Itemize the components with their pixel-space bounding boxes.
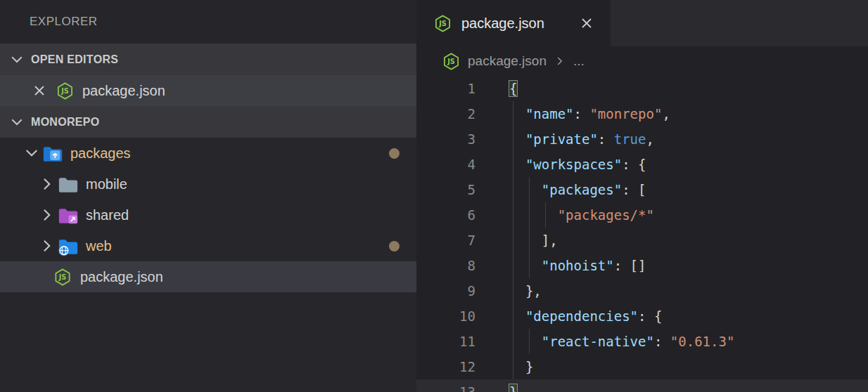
section-open-editors-label: OPEN EDITORS xyxy=(31,53,118,66)
code-line-content: "react-native": "0.61.3" xyxy=(509,329,734,354)
code-line-content: "packages/*" xyxy=(509,202,654,228)
tree-item-label: shared xyxy=(86,207,129,223)
line-number: 12 xyxy=(416,354,476,379)
code-line-content: "nohoist": [] xyxy=(509,253,646,278)
line-number: 9 xyxy=(416,278,476,303)
chevron-down-icon xyxy=(8,114,25,131)
tree-item-label: web xyxy=(86,238,112,254)
tab-label: package.json xyxy=(461,15,544,32)
tree-item-package-json[interactable]: JSpackage.json xyxy=(0,261,416,292)
file-tree: packagesmobilesharedwebJSpackage.json xyxy=(0,138,416,392)
nodejs-icon: JS xyxy=(433,14,452,33)
code-line[interactable]: 5 "packages": [ xyxy=(416,177,868,202)
modified-dot xyxy=(389,148,400,159)
breadcrumb-ellipsis[interactable]: ... xyxy=(573,53,585,69)
code-line[interactable]: 11 "react-native": "0.61.3" xyxy=(416,329,868,354)
code-line-content: ], xyxy=(509,228,558,253)
code-line-content: "name": "monrepo", xyxy=(509,101,670,126)
editor-pane: JS package.json JS package.json ... 1{2 … xyxy=(416,0,868,392)
code-line-content: }, xyxy=(509,278,542,303)
folder-web-icon xyxy=(58,237,79,256)
svg-text:JS: JS xyxy=(58,273,67,281)
tree-item-shared[interactable]: shared xyxy=(0,200,416,230)
indent-spacer xyxy=(23,268,51,286)
line-number: 4 xyxy=(416,152,476,177)
code-line[interactable]: 4 "workspaces": { xyxy=(416,152,868,177)
code-line[interactable]: 12 } xyxy=(416,354,868,379)
sidebar-title: EXPLORER xyxy=(0,0,416,44)
code-line-content: "workspaces": { xyxy=(509,152,646,177)
code-line-content: "packages": [ xyxy=(509,177,646,202)
tree-item-mobile[interactable]: mobile xyxy=(0,169,416,200)
tree-item-label: packages xyxy=(70,145,131,162)
code-line[interactable]: 9 }, xyxy=(416,278,868,303)
code-line[interactable]: 13} xyxy=(416,379,868,392)
code-line[interactable]: 8 "nohoist": [] xyxy=(416,253,868,278)
folder-packages-icon xyxy=(42,144,63,163)
svg-text:JS: JS xyxy=(438,20,447,27)
breadcrumb: JS package.json ... xyxy=(416,46,868,76)
nodejs-icon: JS xyxy=(52,268,73,287)
code-line[interactable]: 3 "private": true, xyxy=(416,126,868,152)
breadcrumb-file[interactable]: package.json xyxy=(468,53,547,69)
code-line[interactable]: 10 "dependencies": { xyxy=(416,303,868,329)
explorer-sidebar: EXPLORER OPEN EDITORS JS package.json MO… xyxy=(0,0,416,392)
chevron-down-icon[interactable] xyxy=(23,144,41,162)
line-number: 3 xyxy=(416,126,476,152)
code-area[interactable]: 1{2 "name": "monrepo",3 "private": true,… xyxy=(416,76,868,392)
section-workspace-label: MONOREPO xyxy=(31,116,100,129)
code-line-content: "dependencies": { xyxy=(509,303,662,329)
code-line[interactable]: 2 "name": "monrepo", xyxy=(416,101,868,126)
code-line[interactable]: 7 ], xyxy=(416,228,868,253)
open-editor-item-package-json[interactable]: JS package.json xyxy=(0,75,416,106)
close-icon[interactable] xyxy=(31,82,48,99)
chevron-down-icon xyxy=(8,51,25,68)
tree-item-packages[interactable]: packages xyxy=(0,138,416,169)
line-number: 5 xyxy=(416,177,476,202)
folder-mobile-icon xyxy=(58,175,79,194)
nodejs-icon: JS xyxy=(442,52,461,71)
chevron-right-icon[interactable] xyxy=(38,175,56,193)
tab-bar: JS package.json xyxy=(416,0,868,46)
chevron-right-icon[interactable] xyxy=(38,206,56,224)
chevron-right-icon xyxy=(554,55,566,67)
code-line-content: "private": true, xyxy=(509,126,654,152)
code-line-content: } xyxy=(509,354,533,379)
line-number: 10 xyxy=(416,303,476,329)
line-number: 13 xyxy=(416,379,476,392)
tab-package-json[interactable]: JS package.json xyxy=(416,0,611,46)
line-number: 6 xyxy=(416,202,476,228)
chevron-right-icon[interactable] xyxy=(38,237,56,255)
section-open-editors[interactable]: OPEN EDITORS xyxy=(0,44,416,75)
svg-text:JS: JS xyxy=(60,87,69,95)
tree-item-label: package.json xyxy=(80,269,163,285)
tree-item-web[interactable]: web xyxy=(0,230,416,261)
code-line[interactable]: 6 "packages/*" xyxy=(416,202,868,228)
line-number: 8 xyxy=(416,253,476,278)
code-line-content: } xyxy=(509,379,517,392)
svg-text:JS: JS xyxy=(447,58,455,65)
open-editor-item-label: package.json xyxy=(82,83,165,99)
code-line-content: { xyxy=(509,76,517,101)
close-icon[interactable] xyxy=(578,15,595,32)
tree-item-label: mobile xyxy=(86,176,127,192)
line-number: 11 xyxy=(416,329,476,354)
section-workspace[interactable]: MONOREPO xyxy=(0,106,416,138)
folder-shared-icon xyxy=(58,206,79,225)
nodejs-icon: JS xyxy=(56,81,75,100)
vscode-window: EXPLORER OPEN EDITORS JS package.json MO… xyxy=(0,0,868,392)
line-number: 2 xyxy=(416,101,476,126)
modified-dot xyxy=(389,241,400,251)
line-number: 7 xyxy=(416,228,476,253)
line-number: 1 xyxy=(416,76,476,101)
code-line[interactable]: 1{ xyxy=(416,76,868,101)
